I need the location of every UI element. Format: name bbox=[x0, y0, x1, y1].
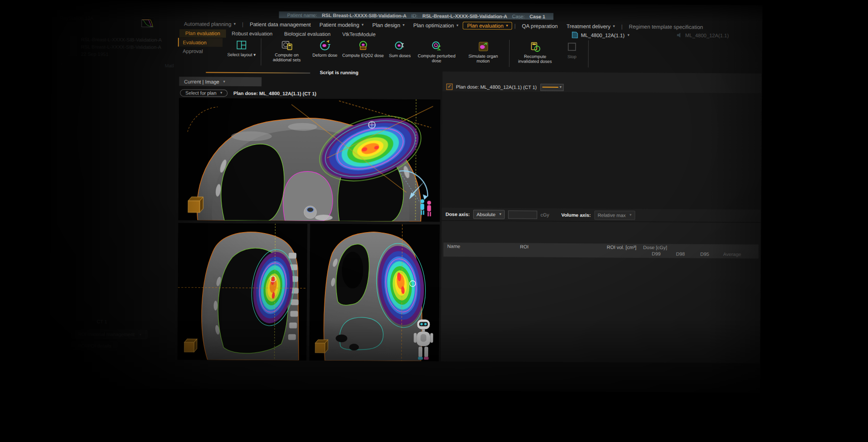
col-vol-header: ROI vol. [cm³] bbox=[599, 243, 640, 251]
tab-robust-evaluation[interactable]: Robust evaluation bbox=[226, 30, 278, 38]
deform-dose-button[interactable]: Deform dose bbox=[310, 38, 339, 58]
chevron-down-icon: ▾ bbox=[499, 212, 501, 216]
tab-vtktestmodule[interactable]: VtkTestModule bbox=[337, 30, 382, 39]
dvh-plan-dose-label: Plan dose: ML_4800_12A(1.1) (CT 1) bbox=[456, 84, 537, 90]
photo-stage: RSL-Breast-L-XXXX-SIB-Validation-A RSL B… bbox=[0, 0, 868, 442]
menu-item-plan-optimization[interactable]: Plan optimization▾ bbox=[409, 21, 463, 30]
patient-name-value: RSL Breast-L-XXXX-SIB-Validation-A bbox=[322, 12, 406, 18]
speaker-icon bbox=[676, 32, 682, 38]
menu-separator: | bbox=[240, 21, 245, 27]
layout-icon bbox=[236, 39, 247, 51]
plan-selector-primary[interactable]: ML_4800_12A(1.1) ▾ bbox=[572, 32, 629, 39]
patient-card-name2: RSL Breast-L-XXXX-SIB-Validation-A bbox=[81, 43, 162, 51]
col-average-header: Average bbox=[713, 252, 745, 258]
chevron-down-icon: ▾ bbox=[560, 85, 562, 89]
eqd2-icon bbox=[357, 39, 369, 52]
menu-item-qa-preparation[interactable]: QA preparation bbox=[517, 22, 562, 30]
ribbon-buttons: Select layout ▾Compute on additional set… bbox=[225, 37, 759, 72]
ribbon-tab-approval[interactable]: Approval bbox=[178, 47, 223, 56]
ribbon-group-tabs: EvaluationApproval bbox=[178, 38, 223, 56]
script-progress-bar bbox=[206, 72, 310, 73]
dose-axis-label: Dose axis: bbox=[446, 211, 470, 217]
menu-item-label: Treatment delivery bbox=[566, 23, 611, 30]
tab-plan-evaluation[interactable]: Plan evaluation bbox=[179, 29, 226, 38]
select-for-plan-button[interactable]: Select for plan▾ bbox=[180, 89, 227, 97]
viewport-sagittal[interactable] bbox=[177, 223, 307, 361]
menu-item-label: Regimen template specification bbox=[629, 24, 703, 30]
menu-item-label: Automated planning bbox=[184, 21, 231, 27]
patient-info-bar: Patient name: RSL Breast-L-XXXX-SIB-Vali… bbox=[279, 11, 553, 19]
chevron-down-icon: ▾ bbox=[629, 213, 631, 217]
button-label: Compute EQD2 dose bbox=[342, 53, 384, 58]
sum-doses-button[interactable]: Sum doses bbox=[386, 38, 413, 59]
app-window: RSL-Breast-L-XXXX-SIB-Validation-A RSL B… bbox=[50, 1, 763, 393]
roi-list-header: ▾ Matl bbox=[57, 60, 179, 70]
dose-axis-max-input[interactable] bbox=[508, 210, 537, 219]
ct-sagittal-image bbox=[177, 223, 307, 361]
recompute-invalidated-doses-button[interactable]: Recompute invalidated doses bbox=[512, 39, 558, 64]
viewport-coronal[interactable] bbox=[309, 224, 440, 362]
patient-card-name: RSL-Breast-L-XXXX-SIB-Validation-A bbox=[81, 36, 162, 44]
script-status-text: Script is running bbox=[320, 70, 359, 75]
toolbar-separator bbox=[260, 38, 261, 65]
dvh-axis-controls: Dose axis: Absolute▾ cGy Volume axis: Re… bbox=[442, 207, 761, 222]
patient-id-value: RSL-Breast-L-XXXX-SIB-Validation-A bbox=[422, 13, 507, 19]
select-layout-button[interactable]: Select layout ▾ bbox=[225, 37, 258, 58]
image-viewer-area: Current | Image▾ Select for plan▾ Plan d… bbox=[177, 77, 441, 361]
curve-style-sample bbox=[542, 87, 558, 88]
menu-item-patient-data-management[interactable]: Patient data management bbox=[245, 20, 315, 29]
plan-file-icon bbox=[572, 32, 578, 38]
compute-eqd2-dose-button[interactable]: Compute EQD2 dose bbox=[340, 38, 386, 58]
ribbon-tab-evaluation[interactable]: Evaluation bbox=[178, 38, 223, 47]
chevron-down-icon: ▾ bbox=[362, 23, 364, 27]
patient-name-label: Patient name: bbox=[287, 12, 317, 17]
roi-tree bbox=[57, 70, 179, 71]
script-status-row: Script is running bbox=[179, 69, 441, 77]
curve-style-dropdown[interactable]: ▾ bbox=[540, 83, 563, 91]
volume-axis-dropdown[interactable]: Relative max▾ bbox=[594, 210, 635, 220]
dvh-chart[interactable] bbox=[442, 91, 761, 209]
viewport-transversal[interactable] bbox=[178, 98, 441, 221]
button-label: Recompute invalidated doses bbox=[514, 54, 556, 64]
button-label: Deform dose bbox=[312, 53, 338, 58]
menu-item-treatment-delivery[interactable]: Treatment delivery▾ bbox=[562, 22, 619, 31]
col-name-header: Name bbox=[443, 242, 516, 250]
compute-perturbed-dose-button[interactable]: Compute perturbed dose bbox=[414, 38, 459, 63]
case-label: Case: bbox=[512, 14, 525, 19]
menu-item-plan-design[interactable]: Plan design▾ bbox=[368, 21, 409, 30]
button-label: Simulate organ motion bbox=[462, 54, 504, 64]
toolbar-separator bbox=[509, 40, 509, 67]
recompute-icon bbox=[529, 41, 541, 53]
menu-item-patient-modeling[interactable]: Patient modeling▾ bbox=[315, 21, 368, 29]
menu-item-label: Patient data management bbox=[250, 21, 311, 28]
tab-biological-evaluation[interactable]: Biological evaluation bbox=[278, 30, 337, 38]
plan-dose-checkbox[interactable]: ✓ bbox=[446, 83, 452, 90]
col-d95-header: D95 bbox=[689, 252, 713, 258]
button-label: Compute perturbed dose bbox=[416, 53, 457, 63]
chevron-down-icon: ▾ bbox=[140, 332, 142, 336]
viewer-tab[interactable]: Current | Image▾ bbox=[179, 77, 261, 86]
stop-button[interactable]: Stop bbox=[559, 39, 585, 60]
menu-item-automated-planning[interactable]: Automated planning▾ bbox=[179, 20, 240, 28]
roi-material-management-button[interactable]: ROI material management▾ bbox=[71, 330, 147, 339]
chevron-down-icon[interactable]: ▾ bbox=[61, 63, 63, 68]
volume-axis-label: Volume axis: bbox=[561, 212, 591, 217]
evaluation-panel: ✓ Plan dose: ML_4800_12A(1.1) (CT 1) ▾ D… bbox=[441, 71, 762, 363]
compute-on-additional-sets-button[interactable]: Compute on additional sets bbox=[264, 37, 309, 63]
chevron-down-icon: ▾ bbox=[613, 25, 615, 29]
simulate-organ-motion-button[interactable]: Simulate organ motion bbox=[460, 39, 506, 64]
plan-selector-secondary[interactable]: ML_4800_12A(1.1) bbox=[676, 32, 729, 38]
dose-axis-dropdown[interactable]: Absolute▾ bbox=[473, 209, 505, 219]
chevron-down-icon: ▾ bbox=[234, 22, 236, 26]
dose-statistics-table: Name ROI ROI vol. [cm³] Dose [cGy] D99 D… bbox=[443, 242, 758, 258]
menu-item-regimen-template-specification[interactable]: Regimen template specification bbox=[625, 23, 707, 31]
menu-item-label: Plan design bbox=[372, 22, 401, 28]
ct-coronal-image bbox=[309, 224, 440, 362]
roi-poi-details-button[interactable]: ROI/POI details bbox=[71, 341, 118, 351]
menu-separator: | bbox=[619, 24, 625, 30]
chevron-down-icon: ▾ bbox=[627, 33, 629, 37]
menu-item-plan-evaluation[interactable]: Plan evaluation▾ bbox=[463, 22, 512, 30]
sum-icon bbox=[394, 40, 405, 52]
orientation-cube-icon bbox=[315, 340, 328, 353]
chevron-down-icon: ▾ bbox=[456, 24, 458, 28]
